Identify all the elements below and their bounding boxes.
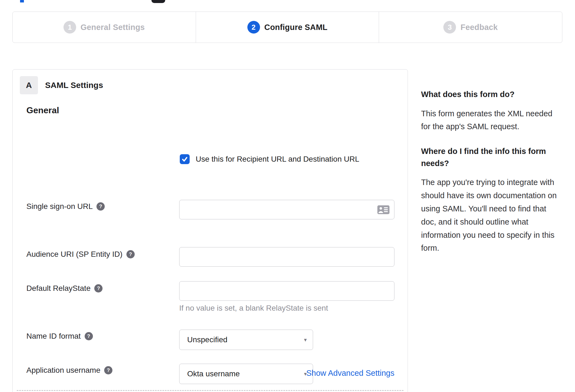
section-dashed-divider [17, 390, 403, 391]
form-help-panel: What does this form do? This form genera… [421, 89, 562, 255]
name-id-format-label: Name ID format ? [26, 332, 93, 341]
step-label: Feedback [460, 23, 497, 32]
recipient-url-checkbox[interactable] [180, 154, 190, 164]
clipped-app-logo-fragment [151, 0, 165, 3]
help-icon[interactable]: ? [85, 332, 93, 340]
step-general-settings[interactable]: 1 General Settings [13, 12, 196, 43]
checkmark-icon [181, 156, 188, 163]
contact-card-icon[interactable] [377, 205, 389, 214]
step-configure-saml[interactable]: 2 Configure SAML [196, 12, 379, 43]
default-relaystate-label: Default RelayState ? [26, 284, 103, 293]
help-icon[interactable]: ? [104, 366, 112, 374]
wizard-stepper: 1 General Settings 2 Configure SAML 3 Fe… [12, 12, 562, 43]
step-number-badge: 3 [443, 21, 456, 34]
sso-url-input[interactable] [179, 200, 394, 219]
recipient-url-checkbox-row: Use this for Recipient URL and Destinati… [180, 154, 359, 164]
audience-uri-label-text: Audience URI (SP Entity ID) [26, 250, 123, 259]
step-number-badge: 1 [63, 21, 76, 34]
help-q2-heading: Where do I find the info this form needs… [421, 145, 562, 169]
sso-url-label: Single sign-on URL ? [26, 202, 105, 211]
panel-title: SAML Settings [45, 81, 103, 90]
application-username-select[interactable]: Okta username ▾ [179, 364, 313, 384]
step-feedback[interactable]: 3 Feedback [379, 12, 562, 43]
clipped-blue-logo-fragment [20, 0, 24, 2]
audience-uri-label: Audience URI (SP Entity ID) ? [26, 250, 135, 259]
step-number-badge: 2 [247, 21, 260, 34]
name-id-format-value: Unspecified [179, 335, 227, 344]
recipient-url-checkbox-label: Use this for Recipient URL and Destinati… [196, 155, 359, 164]
sso-url-input-wrap [179, 200, 394, 219]
audience-uri-input[interactable] [179, 247, 394, 267]
sso-url-label-text: Single sign-on URL [26, 202, 93, 211]
help-q1-heading: What does this form do? [421, 89, 562, 101]
application-username-label-text: Application username [26, 366, 100, 375]
section-a-badge: A [20, 76, 38, 94]
step-label: General Settings [81, 23, 145, 32]
default-relaystate-input[interactable] [179, 281, 394, 301]
chevron-down-icon: ▾ [304, 336, 307, 343]
name-id-format-label-text: Name ID format [26, 332, 81, 341]
help-q1-text: This form generates the XML needed for t… [421, 107, 562, 134]
show-advanced-settings-link[interactable]: Show Advanced Settings [306, 369, 394, 378]
help-icon[interactable]: ? [96, 202, 105, 211]
help-icon[interactable]: ? [126, 250, 135, 258]
help-q2-text: The app you're trying to integrate with … [421, 176, 562, 255]
application-username-value: Okta username [179, 369, 240, 378]
default-relaystate-label-text: Default RelayState [26, 284, 90, 293]
help-icon[interactable]: ? [94, 284, 103, 292]
general-section-heading: General [26, 105, 59, 115]
name-id-format-select[interactable]: Unspecified ▾ [179, 330, 313, 350]
saml-settings-panel: A SAML Settings General Single sign-on U… [12, 69, 408, 392]
application-username-label: Application username ? [26, 366, 112, 375]
relaystate-hint: If no value is set, a blank RelayState i… [179, 304, 328, 313]
step-label: Configure SAML [264, 23, 328, 32]
